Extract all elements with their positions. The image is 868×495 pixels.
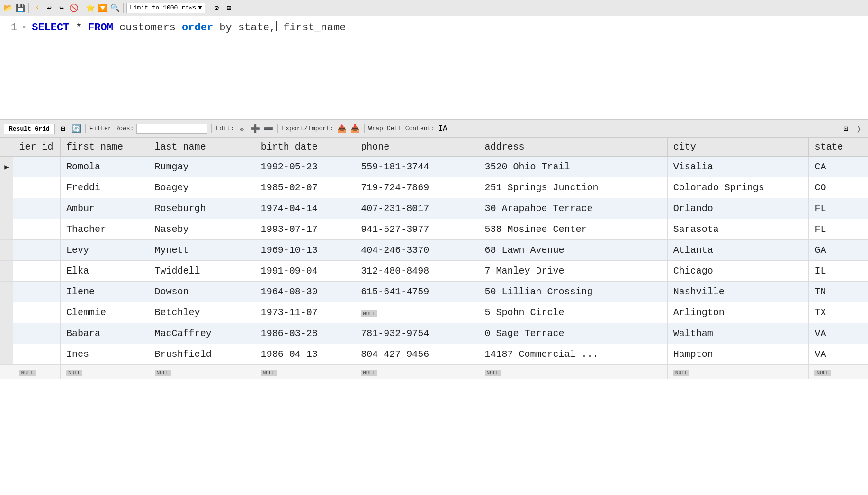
cell-birth_date[interactable]: 1973-11-07: [255, 302, 355, 323]
cell-id[interactable]: [13, 157, 61, 177]
redo-icon[interactable]: ↪: [56, 3, 67, 13]
cell-last_name[interactable]: Mynett: [149, 240, 255, 261]
grid-view-icon[interactable]: ⊞: [58, 124, 68, 134]
filter-icon[interactable]: 🔽: [98, 3, 108, 13]
cell-state[interactable]: TX: [809, 302, 868, 323]
header-state[interactable]: state: [809, 138, 868, 157]
cell-first_name[interactable]: Ines: [60, 344, 149, 365]
cell-last_name[interactable]: Betchley: [149, 302, 255, 323]
cell-first_name[interactable]: Clemmie: [60, 302, 149, 323]
stop-icon[interactable]: 🚫: [69, 3, 79, 13]
save-icon[interactable]: 💾: [15, 3, 26, 13]
cell-id[interactable]: [13, 302, 61, 323]
cell-address[interactable]: 7 Manley Drive: [479, 261, 667, 282]
cell-phone[interactable]: NULL: [355, 302, 479, 323]
cell-id[interactable]: [13, 177, 61, 198]
header-id[interactable]: ier_id: [13, 138, 61, 157]
cell-first_name[interactable]: Thacher: [60, 219, 149, 240]
cell-birth_date[interactable]: 1993-07-17: [255, 219, 355, 240]
grid-icon[interactable]: ⊞: [224, 3, 234, 13]
cell-last_name[interactable]: Roseburgh: [149, 198, 255, 219]
open-icon[interactable]: 📂: [3, 3, 13, 13]
cell-city[interactable]: Sarasota: [667, 219, 809, 240]
table-row[interactable]: InesBrushfield1986-04-13804-427-94561418…: [0, 344, 868, 365]
cell-city[interactable]: Atlanta: [667, 240, 809, 261]
cell-last_name[interactable]: Dowson: [149, 282, 255, 302]
table-row[interactable]: AmburRoseburgh1974-04-14407-231-801730 A…: [0, 198, 868, 219]
table-row[interactable]: ElkaTwiddell1991-09-04312-480-84987 Manl…: [0, 261, 868, 282]
cell-phone[interactable]: 404-246-3370: [355, 240, 479, 261]
table-row[interactable]: ▶RomolaRumgay1992-05-23559-181-37443520 …: [0, 157, 868, 177]
cell-last_name[interactable]: Naseby: [149, 219, 255, 240]
cell-first_name[interactable]: Levy: [60, 240, 149, 261]
table-row[interactable]: BabaraMacCaffrey1986-03-28781-932-97540 …: [0, 323, 868, 344]
header-address[interactable]: address: [479, 138, 667, 157]
cell-address[interactable]: 14187 Commercial ...: [479, 344, 667, 365]
cell-city[interactable]: Chicago: [667, 261, 809, 282]
cell-birth_date[interactable]: 1974-04-14: [255, 198, 355, 219]
header-first-name[interactable]: first_name: [60, 138, 149, 157]
cell-birth_date[interactable]: 1969-10-13: [255, 240, 355, 261]
cell-city[interactable]: Colorado Springs: [667, 177, 809, 198]
header-last-name[interactable]: last_name: [149, 138, 255, 157]
cell-state[interactable]: VA: [809, 323, 868, 344]
edit-icon[interactable]: ✏️: [237, 124, 247, 134]
cell-state[interactable]: CO: [809, 177, 868, 198]
cell-id[interactable]: [13, 323, 61, 344]
cell-birth_date[interactable]: 1986-03-28: [255, 323, 355, 344]
cell-phone[interactable]: 719-724-7869: [355, 177, 479, 198]
cell-address[interactable]: 251 Springs Junction: [479, 177, 667, 198]
limit-dropdown[interactable]: Limit to 1000 rows ▼: [126, 3, 205, 13]
table-row[interactable]: IleneDowson1964-08-30615-641-475950 Lill…: [0, 282, 868, 302]
result-grid-tab[interactable]: Result Grid: [4, 124, 55, 134]
cell-first_name[interactable]: Ilene: [60, 282, 149, 302]
cell-state[interactable]: CA: [809, 157, 868, 177]
export-icon[interactable]: 📤: [337, 124, 347, 134]
table-row[interactable]: LevyMynett1969-10-13404-246-337068 Lawn …: [0, 240, 868, 261]
cell-phone[interactable]: 941-527-3977: [355, 219, 479, 240]
cell-address[interactable]: 3520 Ohio Trail: [479, 157, 667, 177]
cell-last_name[interactable]: Boagey: [149, 177, 255, 198]
cell-birth_date[interactable]: 1985-02-07: [255, 177, 355, 198]
cell-state[interactable]: TN: [809, 282, 868, 302]
cell-phone[interactable]: 559-181-3744: [355, 157, 479, 177]
table-row[interactable]: ThacherNaseby1993-07-17941-527-3977538 M…: [0, 219, 868, 240]
cell-id[interactable]: [13, 344, 61, 365]
cell-birth_date[interactable]: 1992-05-23: [255, 157, 355, 177]
cell-first_name[interactable]: Elka: [60, 261, 149, 282]
cell-phone[interactable]: 781-932-9754: [355, 323, 479, 344]
cell-first_name[interactable]: Romola: [60, 157, 149, 177]
cell-city[interactable]: Arlington: [667, 302, 809, 323]
cell-state[interactable]: IL: [809, 261, 868, 282]
cell-first_name[interactable]: Babara: [60, 323, 149, 344]
execute-icon[interactable]: ⚡: [32, 3, 42, 13]
cell-phone[interactable]: 312-480-8498: [355, 261, 479, 282]
cell-last_name[interactable]: Brushfield: [149, 344, 255, 365]
cell-address[interactable]: 5 Spohn Circle: [479, 302, 667, 323]
cell-address[interactable]: 68 Lawn Avenue: [479, 240, 667, 261]
cell-state[interactable]: GA: [809, 240, 868, 261]
header-city[interactable]: city: [667, 138, 809, 157]
cell-address[interactable]: 50 Lillian Crossing: [479, 282, 667, 302]
header-birth-date[interactable]: birth_date: [255, 138, 355, 157]
cell-id[interactable]: [13, 240, 61, 261]
cell-state[interactable]: FL: [809, 219, 868, 240]
cell-city[interactable]: Visalia: [667, 157, 809, 177]
filter-rows-input[interactable]: [136, 124, 207, 134]
import-icon[interactable]: 📥: [350, 124, 360, 134]
cell-last_name[interactable]: Twiddell: [149, 261, 255, 282]
cell-birth_date[interactable]: 1986-04-13: [255, 344, 355, 365]
cell-id[interactable]: [13, 198, 61, 219]
cell-birth_date[interactable]: 1991-09-04: [255, 261, 355, 282]
cell-state[interactable]: VA: [809, 344, 868, 365]
sql-editor[interactable]: 1 • SELECT * FROM customers order by sta…: [0, 16, 868, 120]
table-row[interactable]: ClemmieBetchley1973-11-07NULL5 Spohn Cir…: [0, 302, 868, 323]
cell-phone[interactable]: 804-427-9456: [355, 344, 479, 365]
cell-city[interactable]: Nashville: [667, 282, 809, 302]
cell-address[interactable]: 0 Sage Terrace: [479, 323, 667, 344]
delete-row-icon[interactable]: ➖: [263, 124, 274, 134]
cell-state[interactable]: FL: [809, 198, 868, 219]
cell-city[interactable]: Waltham: [667, 323, 809, 344]
refresh-icon[interactable]: 🔄: [71, 124, 81, 134]
undo-icon[interactable]: ↩: [44, 3, 54, 13]
